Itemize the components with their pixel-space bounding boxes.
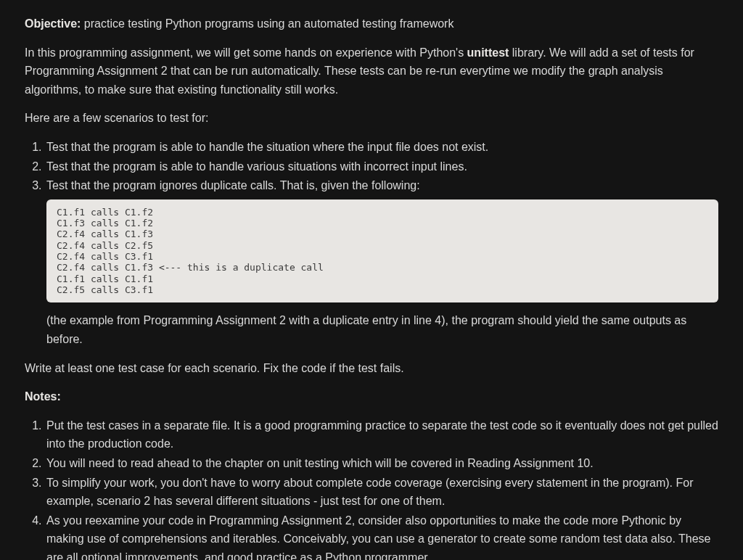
objective-line: Objective: practice testing Python progr… bbox=[25, 15, 718, 33]
objective-text: practice testing Python programs using a… bbox=[84, 17, 454, 30]
code-block: C1.f1 calls C1.f2 C1.f3 calls C1.f2 C2.f… bbox=[46, 199, 718, 303]
note-text: Put the test cases in a separate file. I… bbox=[46, 419, 718, 450]
note-item: Put the test cases in a separate file. I… bbox=[45, 416, 718, 453]
note-text: As you reexamine your code in Programmin… bbox=[46, 514, 710, 560]
notes-header: Notes: bbox=[25, 387, 718, 406]
scenario-text: Test that the program is able to handle … bbox=[46, 141, 488, 153]
intro-part1: In this programming assignment, we will … bbox=[25, 46, 467, 59]
scenario-intro: Here are a few scenarios to test for: bbox=[25, 109, 718, 128]
scenarios-list: Test that the program is able to handle … bbox=[35, 138, 718, 349]
intro-paragraph: In this programming assignment, we will … bbox=[25, 44, 718, 99]
note-item: As you reexamine your code in Programmin… bbox=[45, 511, 718, 560]
scenario-item: Test that the program is able to handle … bbox=[45, 157, 718, 176]
note-item: To simplify your work, you don't have to… bbox=[45, 474, 718, 511]
after-code-text: (the example from Programming Assignment… bbox=[46, 311, 718, 348]
scenario-item: Test that the program is able to handle … bbox=[45, 138, 718, 157]
intro-bold: unittest bbox=[467, 46, 509, 59]
objective-label: Objective: bbox=[25, 17, 81, 30]
write-instruction: Write at least one test case for each sc… bbox=[25, 359, 718, 378]
notes-list: Put the test cases in a separate file. I… bbox=[35, 416, 718, 560]
note-text: To simplify your work, you don't have to… bbox=[46, 477, 693, 508]
scenario-text: Test that the program is able to handle … bbox=[46, 160, 467, 173]
scenario-text: Test that the program ignores duplicate … bbox=[46, 179, 420, 192]
note-item: You will need to read ahead to the chapt… bbox=[45, 454, 718, 473]
scenario-item: Test that the program ignores duplicate … bbox=[45, 176, 718, 348]
note-text: You will need to read ahead to the chapt… bbox=[46, 457, 594, 469]
